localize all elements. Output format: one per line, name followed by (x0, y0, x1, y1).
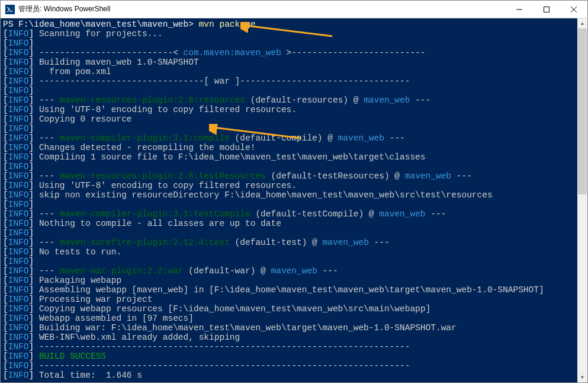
log-text: Packaging webapp (34, 276, 121, 285)
terminal-area[interactable]: PS F:\idea_home\maven_test\maven_web> mv… (1, 18, 587, 382)
window-title: 管理员: Windows PowerShell (18, 4, 506, 14)
log-text: Building war: F:\idea_home\maven_test\ma… (34, 323, 457, 333)
minimize-button[interactable] (506, 1, 533, 18)
titlebar[interactable]: 管理员: Windows PowerShell (1, 1, 587, 18)
plugin-name: maven-resources-plugin:2.6:testResources (60, 171, 266, 181)
log-text: ----------------------------------------… (34, 361, 410, 371)
log-text: Nothing to compile - all classes are up … (34, 219, 281, 228)
prompt: PS F:\idea_home\maven_test\maven_web> (3, 20, 194, 29)
log-text: Scanning for projects... (34, 29, 163, 39)
vertical-scrollbar[interactable]: ▲ ▼ (577, 18, 587, 382)
log-text: Assembling webapp [maven_web] in [F:\ide… (34, 285, 544, 295)
maximize-button[interactable] (533, 1, 560, 18)
window-controls (506, 1, 587, 18)
plugin-name: maven-compiler-plugin:3.1:compile (60, 133, 230, 143)
scrollbar-down-button[interactable]: ▼ (577, 372, 587, 382)
svg-rect-1 (544, 7, 550, 12)
log-text: skip non existing resourceDirectory F:\i… (34, 190, 492, 200)
plugin-name: maven-war-plugin:2.2:war (60, 266, 184, 276)
close-button[interactable] (560, 1, 587, 18)
log-text: Processing war project (34, 295, 152, 304)
powershell-icon (5, 5, 15, 14)
info-bracket: ] (29, 29, 34, 39)
build-success: BUILD SUCCESS (34, 352, 106, 361)
plugin-name: maven-surefire-plugin:2.12.4:test (60, 238, 230, 247)
plugin-name: maven-compiler-plugin:3.1:testCompile (60, 209, 250, 219)
log-text: --------------------------------[ war ]-… (34, 76, 410, 86)
terminal-output: PS F:\idea_home\maven_test\maven_web> mv… (1, 18, 577, 382)
log-text: Total time: 1.646 s (34, 371, 142, 380)
log-text: Using 'UTF-8' encoding to copy filtered … (34, 181, 297, 190)
log-text: Compiling 1 source file to F:\idea_home\… (34, 152, 425, 162)
log-text: --------------------------< (34, 48, 183, 58)
project-coords: com.maven:maven_web (184, 48, 281, 58)
powershell-window: 管理员: Windows PowerShell PS F:\idea_home\… (0, 0, 588, 383)
log-text: Copying 0 resource (34, 114, 131, 124)
log-text: Building maven_web 1.0-SNAPSHOT (34, 58, 198, 67)
log-text: Webapp assembled in [97 msecs] (34, 314, 194, 323)
command: mvn package (199, 20, 256, 29)
plugin-name: maven-resources-plugin:2.6:resources (60, 95, 245, 105)
log-text: Copying webapp resources [F:\idea_home\m… (34, 304, 430, 314)
log-text: WEB-INF\web.xml already added, skipping (34, 333, 240, 342)
log-text: Changes detected - recompiling the modul… (34, 143, 255, 152)
scrollbar-thumb[interactable] (578, 28, 587, 194)
log-text: Using 'UTF-8' encoding to copy filtered … (34, 105, 297, 114)
info-tag: INFO (8, 29, 29, 39)
info-bracket: [ (3, 29, 8, 39)
scrollbar-up-button[interactable]: ▲ (577, 18, 587, 28)
log-text: No tests to run. (34, 247, 121, 257)
log-text: ----------------------------------------… (34, 342, 410, 352)
log-text: from pom.xml (34, 67, 111, 76)
